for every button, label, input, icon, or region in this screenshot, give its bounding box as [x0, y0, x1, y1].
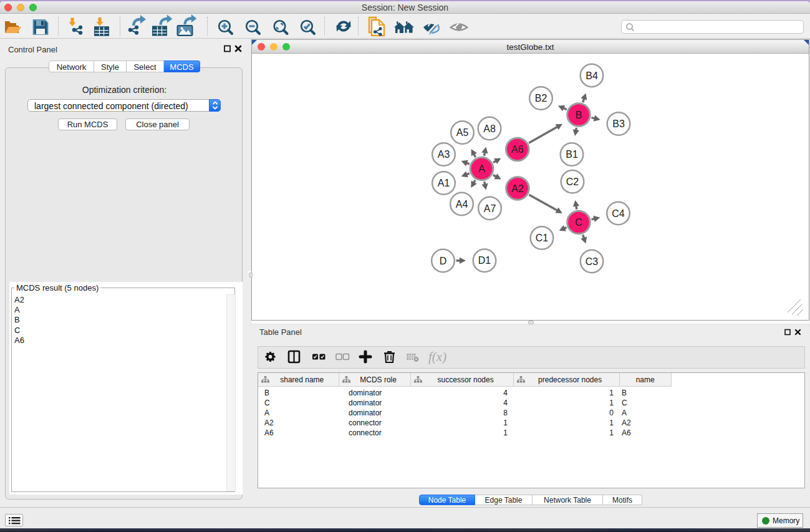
svg-text:f(x): f(x) [428, 349, 446, 364]
